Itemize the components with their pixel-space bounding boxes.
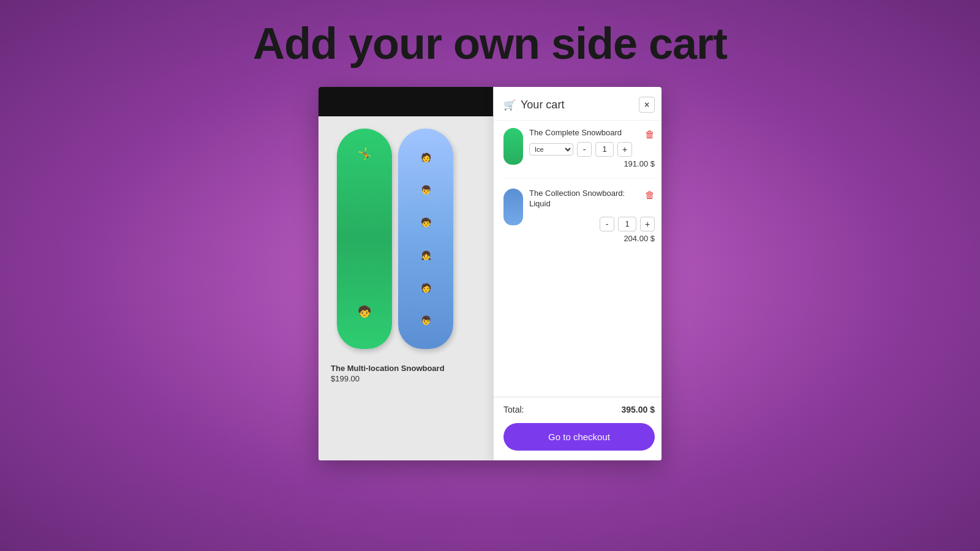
item-details: The Collection Snowboard: Liquid 🗑 - + 2… [529,189,655,243]
cart-panel: 🛒 Your cart × The Complete Snowboard 🗑 I… [493,87,662,460]
qty-input[interactable] [595,142,614,157]
item-thumbnail [503,128,523,165]
variant-select[interactable]: Ice Spring Summer [529,143,573,156]
pixel-chars: 🧑👦🧒👧🧑👦 [398,129,453,349]
item-thumbnail [503,189,523,225]
product-price: $199.00 [331,374,360,383]
cart-close-button[interactable]: × [639,97,655,113]
delete-item-button[interactable]: 🗑 [645,190,655,201]
qty-increase-button[interactable]: + [640,217,655,231]
checkout-button[interactable]: Go to checkout [503,423,655,451]
total-label: Total: [503,405,524,414]
item-name: The Complete Snowboard [529,128,622,138]
product-name: The Multi-location Snowboard [331,364,445,373]
item-price: 204.00 $ [529,234,655,243]
cart-icon: 🛒 [503,99,516,111]
snowboard-pixel: 🧑👦🧒👧🧑👦 [398,129,453,349]
cart-title: Your cart [521,99,564,111]
qty-increase-button[interactable]: + [617,142,632,157]
delete-item-button[interactable]: 🗑 [645,129,655,140]
item-controls: - + [529,217,655,231]
qty-decrease-button[interactable]: - [600,217,614,231]
item-price: 191.00 $ [529,159,655,168]
cart-items-list: The Complete Snowboard 🗑 Ice Spring Summ… [494,121,662,397]
cart-item: The Collection Snowboard: Liquid 🗑 - + 2… [503,189,655,253]
qty-decrease-button[interactable]: - [577,142,592,157]
cart-header: 🛒 Your cart × [494,87,662,121]
cart-item: The Complete Snowboard 🗑 Ice Spring Summ… [503,128,655,179]
item-name: The Collection Snowboard: Liquid [529,189,645,209]
cart-total: Total: 395.00 $ [503,405,655,414]
snowboards-display: 🧑👦🧒👧🧑👦 [337,129,453,349]
cart-footer: Total: 395.00 $ Go to checkout [494,397,662,460]
total-value: 395.00 $ [622,405,655,414]
item-controls: Ice Spring Summer - + [529,142,655,157]
page-title: Add your own side cart [253,18,727,69]
store-container: 🧑👦🧒👧🧑👦 The Multi-location Snowboard $199… [318,87,662,460]
snowboard-green [337,129,392,349]
item-details: The Complete Snowboard 🗑 Ice Spring Summ… [529,128,655,168]
cart-title-wrap: 🛒 Your cart [503,99,564,111]
qty-input[interactable] [618,217,636,231]
